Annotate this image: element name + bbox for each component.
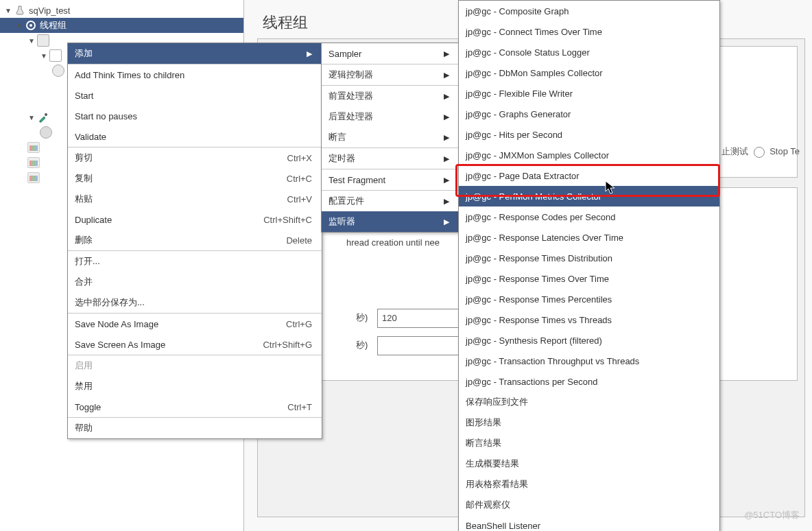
- svg-point-2: [45, 113, 47, 116]
- menu-item-label: BeanShell Listener: [466, 521, 710, 531]
- node-icon: [49, 49, 62, 62]
- menu-item-save-node-image[interactable]: Save Node As ImageCtrl+G: [68, 313, 322, 334]
- menu-item-logic-controller[interactable]: 逻辑控制器▶: [322, 64, 459, 85]
- menu-item-listener-option[interactable]: 断言结果: [459, 433, 719, 453]
- node-icon: [37, 34, 49, 47]
- menu-item-listener-option[interactable]: 生成概要结果: [459, 453, 719, 474]
- menu-item-listener-option[interactable]: jp@gc - Page Data Extractor: [459, 165, 719, 186]
- menu-item-help[interactable]: 帮助: [68, 417, 322, 438]
- menu-item-copy[interactable]: 复制Ctrl+C: [68, 168, 322, 189]
- menu-item-listener-option[interactable]: jp@gc - PerfMon Metrics Collector: [459, 186, 719, 206]
- menu-item-listener[interactable]: 监听器▶: [322, 211, 459, 232]
- radio-icon[interactable]: [754, 147, 765, 158]
- menu-item-label: jp@gc - Page Data Extractor: [466, 171, 710, 181]
- menu-item-label: jp@gc - Response Times Percentiles: [466, 294, 710, 305]
- context-menu-main: 添加▶ Add Think Times to children Start St…: [67, 43, 322, 439]
- menu-item-listener-option[interactable]: jp@gc - Response Latencies Over Time: [459, 227, 719, 248]
- menu-item-label: 用表格察看结果: [466, 478, 710, 491]
- menu-item-label: jp@gc - Connect Times Over Time: [466, 27, 710, 37]
- menu-item-listener-option[interactable]: jp@gc - Response Times Distribution: [459, 248, 719, 268]
- menu-item-label: jp@gc - Response Times Over Time: [466, 274, 710, 284]
- menu-item-sampler[interactable]: Sampler▶: [322, 43, 459, 64]
- menu-item-listener-option[interactable]: jp@gc - Hits per Second: [459, 124, 719, 145]
- menu-item-config-element[interactable]: 配置元件▶: [322, 190, 459, 211]
- menu-item-listener-option[interactable]: BeanShell Listener: [459, 515, 719, 531]
- menu-item-listener-option[interactable]: jp@gc - JMXMon Samples Collector: [459, 145, 719, 165]
- menu-item-label: jp@gc - Flexible File Writer: [466, 88, 710, 99]
- chevron-right-icon: ▶: [307, 49, 312, 58]
- menu-item-toggle[interactable]: ToggleCtrl+T: [68, 397, 322, 417]
- menu-item-listener-option[interactable]: jp@gc - Response Times Over Time: [459, 268, 719, 289]
- menu-item-listener-option[interactable]: jp@gc - Console Status Logger: [459, 42, 719, 62]
- svg-point-1: [29, 24, 32, 27]
- menu-item-label: 邮件观察仪: [466, 499, 710, 511]
- menu-item-start-no-pauses[interactable]: Start no pauses: [68, 106, 322, 126]
- menu-item-merge[interactable]: 合并: [68, 272, 322, 292]
- menu-item-label: 生成概要结果: [466, 458, 710, 470]
- chevron-right-icon: ▶: [444, 154, 449, 163]
- triangle-down-icon[interactable]: ▼: [27, 36, 36, 45]
- stop-test-label: 止测试: [721, 146, 748, 156]
- chevron-right-icon: ▶: [444, 113, 449, 121]
- triangle-down-icon[interactable]: ▼: [40, 51, 48, 60]
- menu-item-listener-option[interactable]: jp@gc - Flexible File Writer: [459, 83, 719, 104]
- menu-item-listener-option[interactable]: jp@gc - Transaction Throughput vs Thread…: [459, 351, 719, 371]
- menu-item-listener-option[interactable]: jp@gc - Response Times Percentiles: [459, 289, 719, 309]
- duration-unit: 秒): [356, 312, 368, 322]
- menu-item-label: 图形结果: [466, 416, 710, 429]
- menu-item-label: jp@gc - Synthesis Report (filtered): [466, 335, 710, 346]
- menu-item-disable[interactable]: 禁用: [68, 376, 322, 397]
- menu-item-label: 断言结果: [466, 437, 710, 449]
- menu-item-pre-processor[interactable]: 前置处理器▶: [322, 85, 459, 106]
- menu-item-listener-option[interactable]: jp@gc - Connect Times Over Time: [459, 21, 719, 42]
- menu-item-listener-option[interactable]: 邮件观察仪: [459, 495, 719, 515]
- chevron-right-icon: ▶: [444, 49, 449, 58]
- menu-item-assertion[interactable]: 断言▶: [322, 127, 459, 148]
- menu-item-paste[interactable]: 粘贴Ctrl+V: [68, 189, 322, 209]
- menu-item-think-times[interactable]: Add Think Times to children: [68, 64, 322, 85]
- menu-item-listener-option[interactable]: jp@gc - Synthesis Report (filtered): [459, 330, 719, 351]
- menu-item-label: jp@gc - Transactions per Second: [466, 377, 710, 387]
- menu-item-test-fragment[interactable]: Test Fragment▶: [322, 169, 459, 190]
- menu-item-post-processor[interactable]: 后置处理器▶: [322, 106, 459, 127]
- menu-item-listener-option[interactable]: jp@gc - Graphs Generator: [459, 104, 719, 124]
- menu-item-save-selection-as[interactable]: 选中部分保存为...: [68, 292, 322, 313]
- menu-item-add[interactable]: 添加▶: [68, 43, 322, 64]
- menu-item-label: jp@gc - Response Times vs Threads: [466, 315, 710, 325]
- triangle-down-icon[interactable]: ▼: [27, 113, 36, 121]
- chevron-right-icon: ▶: [444, 217, 449, 226]
- menu-item-start[interactable]: Start: [68, 85, 322, 106]
- menu-item-save-screen-image[interactable]: Save Screen As ImageCtrl+Shift+G: [68, 334, 322, 355]
- chevron-right-icon: ▶: [444, 71, 449, 80]
- chevron-right-icon: ▶: [444, 92, 449, 101]
- menu-item-label: jp@gc - Composite Graph: [466, 6, 710, 16]
- menu-item-validate[interactable]: Validate: [68, 126, 322, 147]
- chart-icon: [27, 172, 40, 184]
- menu-item-listener-option[interactable]: jp@gc - Transactions per Second: [459, 371, 719, 392]
- tree-node-test-plan[interactable]: ▼ sqVip_test: [0, 3, 243, 18]
- menu-item-listener-option[interactable]: 图形结果: [459, 412, 719, 433]
- menu-item-timer[interactable]: 定时器▶: [322, 148, 459, 169]
- chevron-right-icon: ▶: [444, 197, 449, 206]
- menu-item-listener-option[interactable]: jp@gc - Response Times vs Threads: [459, 309, 719, 330]
- menu-item-enable: 启用: [68, 355, 322, 376]
- flask-icon: [14, 4, 26, 16]
- menu-item-label: jp@gc - Response Codes per Second: [466, 212, 710, 222]
- menu-item-listener-option[interactable]: 保存响应到文件: [459, 392, 719, 412]
- menu-item-listener-option[interactable]: jp@gc - Response Codes per Second: [459, 206, 719, 227]
- delay-label: hread creation until nee: [346, 237, 440, 248]
- menu-item-listener-option[interactable]: jp@gc - Composite Graph: [459, 1, 719, 21]
- node-icon: [52, 64, 64, 77]
- menu-item-open[interactable]: 打开...: [68, 250, 322, 272]
- tree-node-thread-group[interactable]: ▼ 线程组: [0, 18, 243, 33]
- menu-item-duplicate[interactable]: DuplicateCtrl+Shift+C: [68, 209, 322, 230]
- menu-item-listener-option[interactable]: 用表格察看结果: [459, 474, 719, 495]
- triangle-down-icon[interactable]: ▼: [4, 6, 12, 14]
- tree-label: sqVip_test: [29, 5, 70, 16]
- triangle-down-icon[interactable]: ▼: [15, 21, 23, 30]
- menu-item-label: 保存响应到文件: [466, 396, 710, 408]
- menu-item-cut[interactable]: 剪切Ctrl+X: [68, 147, 322, 168]
- node-icon: [40, 126, 52, 139]
- menu-item-delete[interactable]: 删除Delete: [68, 230, 322, 250]
- menu-item-listener-option[interactable]: jp@gc - DbMon Samples Collector: [459, 62, 719, 83]
